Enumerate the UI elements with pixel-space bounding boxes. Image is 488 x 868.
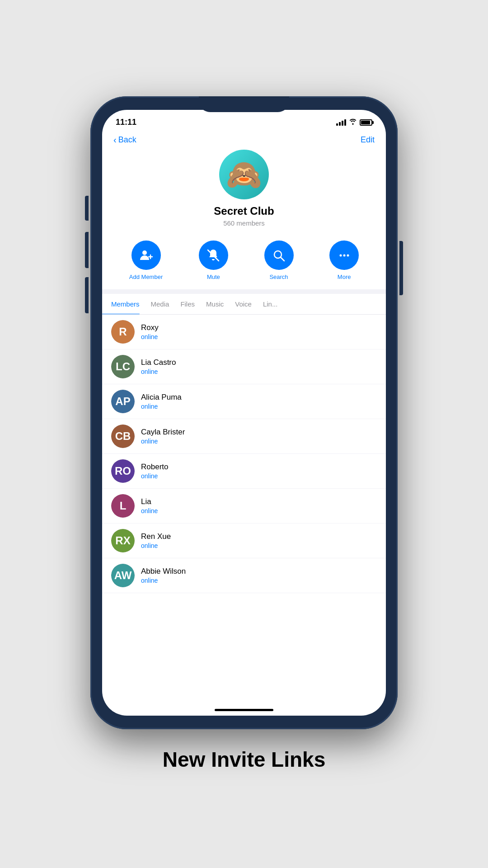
tab-links[interactable]: Lin...	[263, 294, 278, 314]
volume-up-button	[85, 232, 89, 268]
avatar: CB	[111, 425, 135, 448]
member-info: Abbie Wilson online	[141, 567, 186, 584]
tab-media[interactable]: Media	[151, 294, 169, 314]
avatar: LC	[111, 355, 135, 378]
status-icons	[336, 118, 372, 126]
mute-icon	[199, 241, 228, 270]
member-info: Roxy online	[141, 323, 159, 340]
power-button	[399, 241, 403, 295]
svg-point-7	[343, 254, 345, 256]
search-button[interactable]: Search	[264, 241, 294, 280]
svg-line-5	[281, 257, 284, 261]
more-icon	[329, 241, 359, 270]
search-label: Search	[269, 274, 288, 280]
member-status: online	[141, 507, 158, 514]
bottom-label: New Invite Links	[163, 747, 325, 772]
add-member-label: Add Member	[129, 274, 163, 280]
phone-frame: 11:11	[90, 96, 398, 729]
list-item[interactable]: CB Cayla Brister online	[102, 419, 386, 454]
member-name: Lia	[141, 497, 158, 506]
group-name: Secret Club	[214, 205, 274, 217]
status-bar: 11:11	[102, 110, 386, 132]
list-item[interactable]: LC Lia Castro online	[102, 349, 386, 384]
member-info: Lia Castro online	[141, 358, 176, 375]
member-info: Lia online	[141, 497, 158, 514]
volume-down-button	[85, 277, 89, 313]
member-status: online	[141, 542, 171, 549]
phone-screen: 11:11	[102, 110, 386, 716]
member-status: online	[141, 368, 176, 375]
tab-music[interactable]: Music	[206, 294, 224, 314]
member-name: Abbie Wilson	[141, 567, 186, 576]
member-status: online	[141, 438, 185, 445]
svg-point-0	[142, 250, 147, 255]
list-item[interactable]: AP Alicia Puma online	[102, 384, 386, 419]
search-icon	[264, 241, 294, 270]
mute-label: Mute	[207, 274, 220, 280]
section-divider	[102, 289, 386, 294]
member-name: Cayla Brister	[141, 428, 185, 437]
add-member-icon	[131, 241, 161, 270]
member-name: Alicia Puma	[141, 393, 182, 402]
svg-point-6	[339, 254, 342, 256]
mute-button[interactable]: Mute	[199, 241, 228, 280]
avatar: RX	[111, 529, 135, 552]
back-label: Back	[118, 135, 136, 145]
group-members-count: 560 members	[223, 219, 265, 227]
battery-icon	[360, 119, 372, 126]
list-item[interactable]: RX Ren Xue online	[102, 524, 386, 558]
list-item[interactable]: L Lia online	[102, 489, 386, 524]
status-time: 11:11	[116, 118, 136, 127]
wifi-icon	[349, 118, 357, 126]
more-label: More	[338, 274, 351, 280]
member-status: online	[141, 577, 186, 584]
svg-point-8	[347, 254, 349, 256]
group-emoji: 🙈	[226, 160, 262, 189]
member-info: Alicia Puma online	[141, 393, 182, 410]
list-item[interactable]: RO Roberto online	[102, 454, 386, 489]
edit-button[interactable]: Edit	[361, 135, 375, 145]
list-item[interactable]: R Roxy online	[102, 315, 386, 349]
avatar: L	[111, 494, 135, 518]
more-button[interactable]: More	[329, 241, 359, 280]
member-name: Ren Xue	[141, 532, 171, 541]
back-button[interactable]: ‹ Back	[113, 135, 136, 145]
member-status: online	[141, 403, 182, 410]
avatar: AP	[111, 390, 135, 413]
tabs-container: Members Media Files Music Voice Lin...	[102, 294, 386, 315]
page-wrapper: 11:11	[0, 0, 488, 868]
member-status: online	[141, 472, 168, 480]
members-list: R Roxy online LC Lia Castro online	[102, 315, 386, 716]
nav-bar: ‹ Back Edit	[102, 132, 386, 150]
member-info: Cayla Brister online	[141, 428, 185, 445]
tab-members[interactable]: Members	[102, 294, 140, 314]
notch	[199, 96, 289, 112]
member-status: online	[141, 333, 159, 340]
action-buttons: Add Member Mute	[102, 236, 386, 289]
member-name: Roberto	[141, 462, 168, 472]
add-member-button[interactable]: Add Member	[129, 241, 163, 280]
member-name: Lia Castro	[141, 358, 176, 367]
group-avatar: 🙈	[219, 150, 269, 199]
tab-files[interactable]: Files	[180, 294, 195, 314]
chevron-left-icon: ‹	[113, 135, 117, 145]
avatar: R	[111, 320, 135, 344]
member-name: Roxy	[141, 323, 159, 332]
avatar: AW	[111, 564, 135, 587]
signal-icon	[336, 119, 346, 126]
home-indicator	[215, 709, 273, 711]
list-item[interactable]: AW Abbie Wilson online	[102, 558, 386, 593]
avatar: RO	[111, 459, 135, 483]
member-info: Roberto online	[141, 462, 168, 480]
member-info: Ren Xue online	[141, 532, 171, 549]
tab-voice[interactable]: Voice	[235, 294, 252, 314]
group-info: 🙈 Secret Club 560 members	[102, 150, 386, 236]
